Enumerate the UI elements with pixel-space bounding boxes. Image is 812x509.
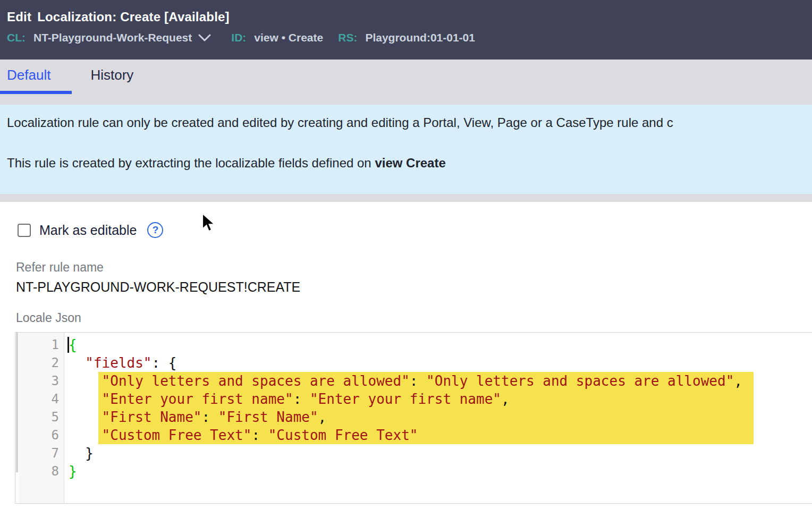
line-number: 2 bbox=[19, 354, 59, 372]
code-line: { bbox=[69, 336, 812, 354]
id-label: ID: bbox=[231, 31, 246, 44]
ruleset-value: Playground:01-01-01 bbox=[365, 31, 475, 44]
locale-json-label: Locale Json bbox=[16, 311, 812, 325]
json-close-brace: } bbox=[69, 463, 77, 479]
json-close-brace: } bbox=[85, 445, 94, 461]
locale-json-editor: 1 2 3 4 5 6 7 8 { "fields": { "Only lett… bbox=[15, 332, 812, 504]
line-number: 8 bbox=[19, 462, 59, 480]
mark-as-editable-label: Mark as editable bbox=[39, 223, 137, 238]
active-tab-underline bbox=[0, 91, 72, 94]
code-line: } bbox=[69, 444, 812, 462]
json-value: "Only letters and spaces are allowed" bbox=[426, 373, 734, 389]
banner-line-1: Localization rule can only be created an… bbox=[7, 115, 812, 130]
punctuation: : bbox=[410, 373, 426, 389]
code-line: "fields": { bbox=[69, 354, 812, 372]
rule-title: Localization: Create [Available] bbox=[37, 10, 230, 24]
section-divider bbox=[0, 194, 812, 202]
mark-as-editable-checkbox[interactable] bbox=[18, 224, 31, 237]
line-number: 1 bbox=[19, 336, 59, 354]
code-line: "Enter your first name": "Enter your fir… bbox=[69, 390, 812, 408]
info-banner: Localization rule can only be created an… bbox=[0, 105, 812, 194]
refer-rule-name-label: Refer rule name bbox=[16, 260, 812, 275]
rule-header: Edit Localization: Create [Available] CL… bbox=[0, 0, 812, 60]
class-label: CL: bbox=[7, 31, 26, 44]
json-value: "Custom Free Text" bbox=[268, 427, 418, 443]
editor-scrollbar-thumb[interactable] bbox=[16, 333, 18, 472]
ruleset-label: RS: bbox=[338, 31, 357, 44]
tab-bar: Default History bbox=[0, 60, 812, 105]
json-value: "Enter your first name" bbox=[310, 391, 501, 407]
json-value: "First Name" bbox=[218, 409, 318, 425]
line-number: 4 bbox=[19, 390, 59, 408]
json-open-brace: { bbox=[69, 337, 77, 353]
code-area[interactable]: { "fields": { "Only letters and spaces a… bbox=[64, 333, 812, 503]
punctuation: , bbox=[501, 391, 510, 407]
json-key: "Custom Free Text" bbox=[102, 427, 252, 443]
code-line: "First Name": "First Name", bbox=[69, 408, 812, 426]
code-line: "Custom Free Text": "Custom Free Text" bbox=[69, 426, 812, 444]
edit-label: Edit bbox=[7, 10, 31, 24]
banner-line-2-text: This rule is created by extracting the l… bbox=[7, 156, 375, 170]
rule-meta-bar: CL: NT-Playground-Work-Request ID: view … bbox=[7, 31, 812, 44]
banner-rule-ref: view Create bbox=[375, 156, 445, 170]
help-icon[interactable]: ? bbox=[147, 222, 163, 238]
banner-line-2: This rule is created by extracting the l… bbox=[7, 156, 812, 171]
text-caret bbox=[67, 337, 69, 353]
json-key: "fields" bbox=[85, 355, 151, 371]
rule-form: Mark as editable ? Refer rule name NT-PL… bbox=[0, 222, 812, 325]
line-number: 5 bbox=[19, 408, 59, 426]
class-value: NT-Playground-Work-Request bbox=[33, 31, 192, 44]
json-key: "First Name" bbox=[102, 409, 202, 425]
chevron-down-icon[interactable] bbox=[198, 34, 211, 42]
line-number: 7 bbox=[19, 444, 59, 462]
code-line: "Only letters and spaces are allowed": "… bbox=[69, 372, 812, 390]
punctuation: , bbox=[318, 409, 327, 425]
refer-rule-name-value: NT-PLAYGROUND-WORK-REQUEST!CREATE bbox=[16, 279, 812, 295]
code-line: } bbox=[69, 462, 812, 480]
page-title: Edit Localization: Create [Available] bbox=[7, 10, 812, 24]
localization-rule-page: Edit Localization: Create [Available] CL… bbox=[0, 0, 812, 509]
punctuation: , bbox=[734, 373, 742, 389]
punctuation: : bbox=[201, 409, 218, 425]
tab-default[interactable]: Default bbox=[7, 60, 50, 105]
tab-history[interactable]: History bbox=[90, 60, 133, 105]
punctuation: : bbox=[251, 427, 268, 443]
json-key: "Enter your first name" bbox=[102, 391, 293, 407]
punctuation: : { bbox=[152, 355, 177, 371]
line-number-gutter: 1 2 3 4 5 6 7 8 bbox=[19, 333, 64, 503]
mark-as-editable-row: Mark as editable ? bbox=[18, 222, 812, 238]
id-value: view • Create bbox=[254, 31, 323, 44]
editor-scrollbar[interactable] bbox=[15, 333, 19, 503]
json-key: "Only letters and spaces are allowed" bbox=[102, 373, 410, 389]
line-number: 3 bbox=[19, 372, 59, 390]
line-number: 6 bbox=[19, 426, 59, 444]
punctuation: : bbox=[293, 391, 310, 407]
